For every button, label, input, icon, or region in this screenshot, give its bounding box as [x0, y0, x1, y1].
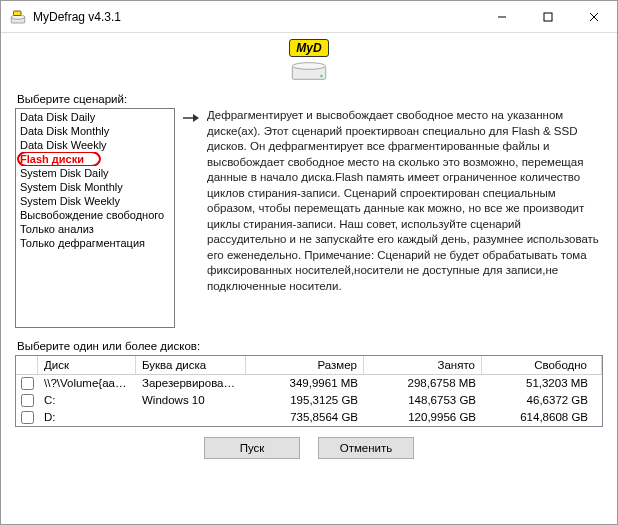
- scenario-list[interactable]: Data Disk DailyData Disk MonthlyData Dis…: [15, 108, 175, 328]
- scenario-item-label: System Disk Weekly: [20, 195, 120, 207]
- scenario-item[interactable]: Data Disk Monthly: [16, 124, 174, 138]
- disk-label: Зарезервирова…: [136, 375, 246, 392]
- disk-volume: C:: [38, 392, 136, 409]
- scenario-item-label: Flash диски: [20, 153, 84, 165]
- disk-size: 195,3125 GB: [246, 392, 364, 409]
- scenario-item-label: Только анализ: [20, 223, 94, 235]
- scenario-item[interactable]: System Disk Weekly: [16, 194, 174, 208]
- scenario-label: Выберите сценарий:: [17, 93, 603, 105]
- scenario-item[interactable]: System Disk Daily: [16, 166, 174, 180]
- svg-marker-11: [193, 114, 199, 122]
- scenario-item-label: System Disk Monthly: [20, 181, 123, 193]
- col-free[interactable]: Свободно: [482, 356, 602, 374]
- cancel-button[interactable]: Отменить: [318, 437, 414, 459]
- svg-rect-4: [544, 13, 552, 21]
- disk-volume: \\?\Volume{aa…: [38, 375, 136, 392]
- scenario-item-label: Data Disk Weekly: [20, 139, 107, 151]
- app-icon: [9, 8, 27, 26]
- col-disk[interactable]: Диск: [38, 356, 136, 374]
- disks-label: Выберите один или более дисков:: [17, 340, 603, 352]
- scenario-item[interactable]: Data Disk Weekly: [16, 138, 174, 152]
- scenario-description: Дефрагментирует и высвобождает свободное…: [207, 108, 603, 328]
- scenario-item-label: Высвобождение свободного: [20, 209, 164, 221]
- scenario-item-label: System Disk Daily: [20, 167, 109, 179]
- maximize-button[interactable]: [525, 1, 571, 32]
- disk-free: 46,6372 GB: [482, 392, 602, 409]
- titlebar: MyDefrag v4.3.1: [1, 1, 617, 33]
- scenario-item-label: Data Disk Daily: [20, 111, 95, 123]
- scenario-item[interactable]: Только анализ: [16, 222, 174, 236]
- disk-checkbox[interactable]: [21, 394, 34, 407]
- disk-used: 148,6753 GB: [364, 392, 482, 409]
- svg-rect-2: [14, 11, 22, 16]
- disk-free: 614,8608 GB: [482, 409, 602, 426]
- scenario-item[interactable]: Высвобождение свободного: [16, 208, 174, 222]
- scenario-item[interactable]: System Disk Monthly: [16, 180, 174, 194]
- footer-buttons: Пуск Отменить: [15, 427, 603, 469]
- disk-checkbox[interactable]: [21, 411, 34, 424]
- scenario-item-label: Data Disk Monthly: [20, 125, 109, 137]
- table-row[interactable]: D:735,8564 GB120,9956 GB614,8608 GB: [16, 409, 602, 426]
- disk-table-header: Диск Буква диска Размер Занято Свободно: [16, 356, 602, 375]
- arrow-right-icon: [183, 108, 201, 328]
- logo-area: MyD: [1, 33, 617, 85]
- table-row[interactable]: C:Windows 10195,3125 GB148,6753 GB46,637…: [16, 392, 602, 409]
- app-logo-badge: MyD: [289, 39, 328, 57]
- run-button[interactable]: Пуск: [204, 437, 300, 459]
- col-size[interactable]: Размер: [246, 356, 364, 374]
- disk-used: 298,6758 MB: [364, 375, 482, 392]
- disk-used: 120,9956 GB: [364, 409, 482, 426]
- scenario-item-label: Только дефрагментация: [20, 237, 145, 249]
- minimize-button[interactable]: [479, 1, 525, 32]
- disk-checkbox[interactable]: [21, 377, 34, 390]
- svg-point-9: [320, 75, 323, 78]
- close-button[interactable]: [571, 1, 617, 32]
- table-row[interactable]: \\?\Volume{aa…Зарезервирова…349,9961 MB2…: [16, 375, 602, 392]
- drive-icon: [289, 59, 329, 83]
- disk-label: [136, 409, 246, 426]
- disk-free: 51,3203 MB: [482, 375, 602, 392]
- window-title: MyDefrag v4.3.1: [33, 10, 479, 24]
- scenario-item[interactable]: Только дефрагментация: [16, 236, 174, 250]
- scenario-item[interactable]: Flash диски: [16, 152, 174, 166]
- col-letter[interactable]: Буква диска: [136, 356, 246, 374]
- col-used[interactable]: Занято: [364, 356, 482, 374]
- disk-label: Windows 10: [136, 392, 246, 409]
- disk-volume: D:: [38, 409, 136, 426]
- disk-table: Диск Буква диска Размер Занято Свободно …: [15, 355, 603, 427]
- disk-size: 349,9961 MB: [246, 375, 364, 392]
- app-window: MyDefrag v4.3.1 MyD Выберите сценарий: D…: [0, 0, 618, 525]
- svg-point-8: [292, 63, 325, 70]
- window-controls: [479, 1, 617, 32]
- scenario-item[interactable]: Data Disk Daily: [16, 110, 174, 124]
- disk-size: 735,8564 GB: [246, 409, 364, 426]
